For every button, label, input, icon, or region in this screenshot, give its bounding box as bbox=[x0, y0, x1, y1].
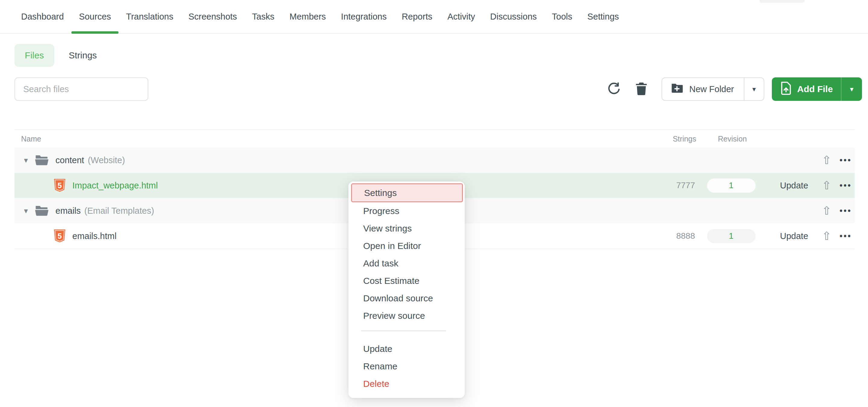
upload-icon: ⇧ bbox=[822, 229, 832, 243]
upload-icon: ⇧ bbox=[822, 154, 832, 167]
menu-item-delete[interactable]: Delete bbox=[348, 375, 465, 393]
upload-icon: ⇧ bbox=[822, 204, 832, 217]
svg-text:5: 5 bbox=[58, 232, 62, 240]
add-file-split-button: Add File ▾ bbox=[772, 77, 862, 101]
folder-icon bbox=[35, 155, 49, 166]
folder-icon bbox=[35, 205, 49, 216]
upload-action[interactable]: ⇧ bbox=[820, 205, 834, 216]
add-file-dropdown-button[interactable]: ▾ bbox=[841, 77, 862, 101]
folder-note: (Website) bbox=[88, 155, 125, 165]
nav-item-tasks[interactable]: Tasks bbox=[244, 0, 282, 33]
top-navigation: Dashboard Sources Translations Screensho… bbox=[0, 0, 868, 34]
menu-item-view-strings[interactable]: View strings bbox=[348, 220, 465, 237]
tab-strings[interactable]: Strings bbox=[69, 50, 97, 61]
nav-item-sources[interactable]: Sources bbox=[71, 0, 119, 33]
upload-action[interactable]: ⇧ bbox=[820, 155, 834, 166]
row-menu-button[interactable]: ••• bbox=[837, 232, 854, 241]
new-folder-split-button: New Folder ▾ bbox=[661, 77, 764, 101]
trash-icon bbox=[636, 82, 647, 96]
nav-item-members[interactable]: Members bbox=[282, 0, 334, 33]
folder-name[interactable]: content bbox=[56, 155, 84, 165]
top-edge-popover-fragment bbox=[760, 0, 805, 3]
upload-action[interactable]: ⇧ bbox=[820, 180, 834, 191]
svg-text:5: 5 bbox=[58, 181, 62, 190]
menu-divider bbox=[361, 331, 446, 331]
add-file-button[interactable]: Add File bbox=[772, 77, 841, 101]
revision-badge: 1 bbox=[707, 178, 755, 193]
new-folder-label: New Folder bbox=[689, 84, 734, 94]
menu-item-download-source[interactable]: Download source bbox=[348, 290, 465, 307]
nav-item-screenshots[interactable]: Screenshots bbox=[181, 0, 244, 33]
tab-files[interactable]: Files bbox=[14, 44, 54, 67]
caret-down-icon: ▾ bbox=[850, 85, 854, 93]
nav-item-discussions[interactable]: Discussions bbox=[483, 0, 544, 33]
menu-item-add-task[interactable]: Add task bbox=[348, 255, 465, 272]
ellipsis-icon: ••• bbox=[840, 206, 852, 215]
folder-plus-icon bbox=[671, 83, 683, 95]
menu-item-rename[interactable]: Rename bbox=[348, 358, 465, 375]
menu-item-open-in-editor[interactable]: Open in Editor bbox=[348, 237, 465, 255]
strings-count: 7777 bbox=[653, 181, 695, 190]
column-header-revision: Revision bbox=[696, 135, 769, 143]
html5-icon: 5 bbox=[54, 178, 66, 192]
update-link[interactable]: Update bbox=[780, 231, 813, 241]
revision-badge: 1 bbox=[707, 229, 755, 243]
refresh-icon bbox=[607, 82, 621, 96]
file-context-menu: Settings Progress View strings Open in E… bbox=[348, 181, 465, 398]
new-folder-button[interactable]: New Folder bbox=[662, 78, 744, 100]
menu-item-cost-estimate[interactable]: Cost Estimate bbox=[348, 272, 465, 290]
upload-icon: ⇧ bbox=[822, 179, 832, 192]
folder-note: (Email Templates) bbox=[84, 206, 154, 216]
add-file-label: Add File bbox=[797, 84, 833, 94]
html5-icon: 5 bbox=[54, 229, 66, 243]
file-upload-icon bbox=[780, 81, 792, 97]
revision-cell: 1 bbox=[695, 229, 767, 243]
menu-item-settings[interactable]: Settings bbox=[351, 183, 463, 202]
strings-count: 8888 bbox=[653, 231, 695, 241]
nav-item-activity[interactable]: Activity bbox=[440, 0, 483, 33]
revision-cell: 1 bbox=[695, 178, 767, 193]
delete-selected-button[interactable] bbox=[636, 82, 647, 96]
view-tabs: Files Strings bbox=[14, 44, 97, 67]
upload-action[interactable]: ⇧ bbox=[820, 230, 834, 242]
ellipsis-icon: ••• bbox=[840, 232, 852, 240]
folder-row-content[interactable]: ▾ content (Website) ⇧ ••• bbox=[14, 147, 855, 173]
refresh-button[interactable] bbox=[607, 82, 621, 96]
new-folder-dropdown-button[interactable]: ▾ bbox=[744, 78, 764, 100]
nav-item-dashboard[interactable]: Dashboard bbox=[13, 0, 71, 33]
nav-item-settings[interactable]: Settings bbox=[580, 0, 627, 33]
menu-item-preview-source[interactable]: Preview source bbox=[348, 307, 465, 325]
search-input[interactable] bbox=[14, 77, 148, 101]
file-name-link[interactable]: Impact_webpage.html bbox=[72, 181, 158, 191]
ellipsis-icon: ••• bbox=[840, 181, 852, 190]
menu-item-progress[interactable]: Progress bbox=[348, 202, 465, 220]
chevron-down-icon[interactable]: ▾ bbox=[21, 206, 31, 215]
folder-name[interactable]: emails bbox=[56, 206, 81, 216]
controls-row: New Folder ▾ Add File ▾ bbox=[14, 77, 862, 101]
nav-item-integrations[interactable]: Integrations bbox=[333, 0, 394, 33]
update-link[interactable]: Update bbox=[780, 181, 813, 191]
column-header-strings: Strings bbox=[654, 135, 696, 143]
table-header: Name Strings Revision bbox=[14, 130, 855, 147]
caret-down-icon: ▾ bbox=[752, 85, 756, 93]
chevron-down-icon[interactable]: ▾ bbox=[21, 156, 31, 165]
ellipsis-icon: ••• bbox=[840, 156, 852, 165]
row-menu-button[interactable]: ••• bbox=[837, 181, 854, 190]
column-header-name: Name bbox=[14, 135, 654, 143]
nav-item-reports[interactable]: Reports bbox=[394, 0, 440, 33]
nav-item-translations[interactable]: Translations bbox=[119, 0, 181, 33]
nav-item-tools[interactable]: Tools bbox=[544, 0, 580, 33]
menu-item-update[interactable]: Update bbox=[348, 340, 465, 358]
row-menu-button[interactable]: ••• bbox=[837, 156, 854, 165]
row-menu-button[interactable]: ••• bbox=[837, 206, 854, 215]
file-name-link[interactable]: emails.html bbox=[72, 231, 117, 241]
